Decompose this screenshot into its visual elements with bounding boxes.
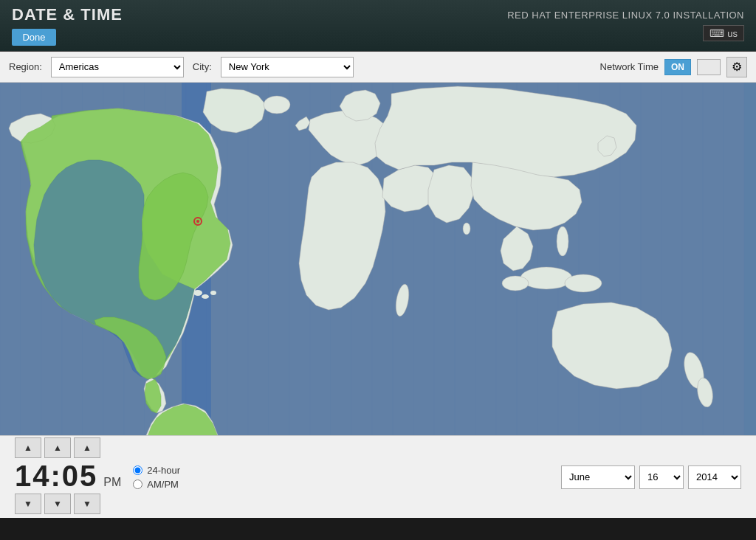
- locale-badge: ⌨ us: [703, 25, 744, 41]
- svg-point-40: [210, 291, 216, 295]
- header-left: DATE & TIME Done: [12, 5, 123, 46]
- city-label: City:: [193, 61, 212, 72]
- toolbar: Region: AfricaAmericasAntarcticaArctic O…: [0, 52, 756, 83]
- time-value: 14:05: [15, 461, 97, 491]
- locale-text: us: [727, 28, 738, 39]
- region-label: Region:: [9, 61, 42, 72]
- month-select[interactable]: JanuaryFebruaryMarchAprilMayJuneJulyAugu…: [561, 465, 635, 489]
- install-title: RED HAT ENTERPRISE LINUX 7.0 INSTALLATIO…: [507, 10, 744, 21]
- svg-rect-13: [248, 83, 269, 435]
- year-select[interactable]: 2010201120122013201420152016201720182019…: [688, 465, 741, 489]
- hours-up-button[interactable]: ▲: [15, 437, 41, 458]
- format-ampm-row: AM/PM: [133, 479, 180, 490]
- time-controls: ▲ ▲ ▲ 14:05 PM ▼ ▼ ▼: [15, 437, 121, 517]
- seconds-down-button[interactable]: ▼: [74, 494, 100, 514]
- minutes-up-button[interactable]: ▲: [44, 437, 71, 458]
- seconds-up-button[interactable]: ▲: [74, 437, 100, 458]
- network-time-label: Network Time: [600, 61, 659, 72]
- svg-rect-33: [662, 83, 682, 435]
- map-container[interactable]: [0, 83, 756, 435]
- time-display: 14:05 PM: [15, 461, 121, 491]
- time-colon: :: [51, 460, 62, 492]
- minutes-down-button[interactable]: ▼: [44, 494, 71, 514]
- day-select[interactable]: 1234567891011121314151617181920212223242…: [639, 465, 684, 489]
- time-format-radios: 24-hour AM/PM: [133, 465, 180, 490]
- region-select[interactable]: AfricaAmericasAntarcticaArctic OceanAsia…: [51, 57, 184, 77]
- ampm-label: PM: [103, 476, 121, 489]
- date-controls: JanuaryFebruaryMarchAprilMayJuneJulyAugu…: [561, 465, 741, 489]
- page-title: DATE & TIME: [12, 5, 123, 24]
- world-map[interactable]: [0, 83, 756, 435]
- ntp-settings-button[interactable]: ⚙: [726, 57, 747, 77]
- svg-point-41: [520, 267, 572, 289]
- svg-point-38: [193, 290, 202, 296]
- format-24h-label: 24-hour: [147, 465, 180, 476]
- svg-point-49: [264, 96, 290, 114]
- format-ampm-radio[interactable]: [133, 480, 142, 489]
- time-up-spinners: ▲ ▲ ▲: [15, 437, 100, 458]
- keyboard-icon: ⌨: [709, 27, 724, 39]
- format-24h-row: 24-hour: [133, 465, 180, 476]
- network-time-area: Network Time ON ⚙: [600, 57, 747, 77]
- svg-point-48: [463, 223, 470, 235]
- svg-point-43: [502, 276, 529, 291]
- hours-display: 14: [15, 460, 51, 492]
- gear-icon: ⚙: [732, 60, 742, 74]
- format-24h-radio[interactable]: [133, 465, 142, 475]
- time-down-spinners: ▼ ▼ ▼: [15, 494, 100, 514]
- bottom-controls: ▲ ▲ ▲ 14:05 PM ▼ ▼ ▼ 24-hour AM/PM: [0, 435, 756, 518]
- minutes-display: 05: [62, 460, 98, 492]
- done-button[interactable]: Done: [12, 29, 56, 46]
- svg-point-47: [557, 226, 568, 256]
- svg-rect-14: [269, 83, 289, 435]
- format-ampm-label: AM/PM: [147, 479, 179, 490]
- svg-point-39: [202, 294, 209, 299]
- network-time-toggle[interactable]: ON: [664, 59, 691, 75]
- hours-down-button[interactable]: ▼: [15, 494, 41, 514]
- svg-rect-12: [227, 83, 248, 435]
- svg-point-42: [565, 274, 602, 292]
- svg-rect-36: [724, 83, 744, 435]
- city-select[interactable]: AdakAnchorageAnguillaAntiguaAraguainaArg…: [221, 57, 354, 77]
- header: DATE & TIME Done RED HAT ENTERPRISE LINU…: [0, 0, 756, 52]
- svg-point-51: [196, 220, 199, 223]
- header-right: RED HAT ENTERPRISE LINUX 7.0 INSTALLATIO…: [507, 10, 744, 41]
- network-time-input[interactable]: [697, 59, 721, 75]
